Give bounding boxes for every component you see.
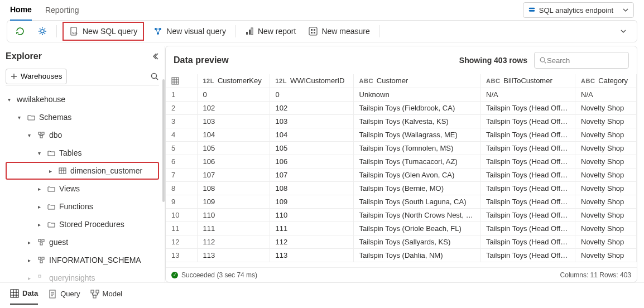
cell: 107: [270, 168, 353, 181]
svg-rect-24: [40, 243, 42, 245]
svg-rect-1: [529, 10, 535, 12]
cell: 103: [197, 114, 270, 128]
table-row[interactable]: 2102102Tailspin Toys (Fieldbrook, CA)Tai…: [166, 101, 637, 114]
tree-node-queryinsights[interactable]: ▸ queryinsights: [6, 269, 159, 287]
explorer-search-button[interactable]: [150, 72, 159, 81]
table-row[interactable]: 13113113Tailspin Toys (Dahlia, NM)Tailsp…: [166, 248, 637, 262]
grid-corner[interactable]: [166, 74, 197, 88]
cell: 104: [270, 128, 353, 141]
table-row[interactable]: 11111111Tailspin Toys (Oriole Beach, FL)…: [166, 222, 637, 235]
cell: 108: [270, 181, 353, 195]
tree-node-views[interactable]: ▸ Views: [6, 180, 159, 198]
svg-rect-28: [39, 275, 41, 277]
table-row[interactable]: 6106106Tailspin Toys (Tumacacori, AZ)Tai…: [166, 155, 637, 168]
top-tabs: Home Reporting SQL analytics endpoint: [0, 0, 644, 20]
row-number: 8: [166, 181, 197, 195]
table-row[interactable]: 3103103Tailspin Toys (Kalvesta, KS)Tails…: [166, 114, 637, 128]
cell: 113: [197, 248, 270, 262]
new-sql-query-button[interactable]: SQL New SQL query: [66, 24, 141, 38]
cell: Tailspin Toys (Tumacacori, AZ): [353, 155, 480, 168]
ribbon-separator: [235, 25, 236, 37]
model-icon: [90, 290, 99, 299]
new-report-button[interactable]: New report: [241, 24, 299, 38]
chevron-right-icon: ▸: [38, 222, 44, 228]
table-row[interactable]: 12112112Tailspin Toys (Sallyards, KS)Tai…: [166, 235, 637, 248]
refresh-button[interactable]: [12, 24, 28, 38]
table-row[interactable]: 100UnknownN/AN/A: [166, 88, 637, 101]
sql-file-icon: SQL: [69, 26, 79, 36]
status-text: Succeeded (3 sec 74 ms): [181, 271, 257, 279]
cell: Tailspin Toys (Glen Avon, CA): [353, 168, 480, 181]
tree-node-functions[interactable]: ▸ Functions: [6, 198, 159, 215]
col-header-wwicustomerid[interactable]: 12LWWICustomerID: [270, 74, 353, 88]
explorer-scrollbar[interactable]: [162, 79, 165, 202]
tree-node-schemas[interactable]: ▾ Schemas: [6, 108, 159, 126]
schema-icon: [37, 256, 46, 264]
new-measure-button[interactable]: New measure: [305, 24, 373, 38]
svg-rect-19: [42, 132, 44, 134]
view-tab-label: Data: [22, 289, 38, 297]
table-row[interactable]: 4104104Tailspin Toys (Wallagrass, ME)Tai…: [166, 128, 637, 141]
tree-node-stored-procedures[interactable]: ▸ Stored Procedures: [6, 215, 159, 233]
cell: Tailspin Toys (Head Office): [480, 155, 575, 168]
table-row[interactable]: 8108108Tailspin Toys (Bernie, MO)Tailspi…: [166, 181, 637, 195]
tree-node-tables[interactable]: ▾ Tables: [6, 144, 159, 162]
svg-rect-13: [311, 29, 313, 31]
svg-point-2: [41, 30, 44, 33]
col-header-billtocustomer[interactable]: ABCBillToCustomer: [480, 74, 575, 88]
tree-node-guest[interactable]: ▸ guest: [6, 233, 159, 251]
tree-node-dbo[interactable]: ▾ dbo: [6, 126, 159, 144]
row-number: 12: [166, 235, 197, 248]
view-tab-label: Query: [60, 290, 80, 298]
cell: 105: [197, 141, 270, 155]
table-row[interactable]: 5105105Tailspin Toys (Tomnolen, MS)Tails…: [166, 141, 637, 155]
folder-icon: [47, 220, 56, 229]
svg-point-29: [540, 57, 545, 62]
col-header-category[interactable]: ABCCategory: [575, 74, 637, 88]
chevron-down-icon: ▾: [28, 132, 33, 138]
table-row[interactable]: 10110110Tailspin Toys (North Crows Nest,…: [166, 208, 637, 222]
highlight-new-sql-query: SQL New SQL query: [63, 22, 144, 41]
cell: Tailspin Toys (Head Office): [480, 114, 575, 128]
preview-search-input[interactable]: [547, 56, 624, 65]
settings-button[interactable]: [34, 24, 51, 38]
collapse-explorer-button[interactable]: [151, 52, 159, 60]
report-icon: [244, 26, 254, 36]
cell: Tailspin Toys (Wallagrass, ME): [353, 128, 480, 141]
cell: Tailspin Toys (Head Office): [480, 181, 575, 195]
new-visual-query-button[interactable]: New visual query: [150, 24, 229, 38]
ribbon-overflow-button[interactable]: [614, 28, 632, 35]
view-tab-label: Model: [103, 290, 122, 298]
table-row[interactable]: 7107107Tailspin Toys (Glen Avon, CA)Tail…: [166, 168, 637, 181]
tab-reporting[interactable]: Reporting: [45, 0, 79, 20]
cell: Novelty Shop: [575, 168, 637, 181]
tree-label: Schemas: [39, 113, 71, 122]
row-number: 10: [166, 208, 197, 222]
cell: Novelty Shop: [575, 128, 637, 141]
tree-label: INFORMATION_SCHEMA: [49, 256, 141, 264]
data-grid[interactable]: 12LCustomerKey 12LWWICustomerID ABCCusto…: [166, 74, 637, 267]
ribbon-separator: [379, 25, 379, 37]
cell: 104: [197, 128, 270, 141]
cell: 109: [197, 195, 270, 208]
tab-home[interactable]: Home: [10, 0, 32, 21]
explorer-header: Explorer: [6, 46, 159, 67]
chevron-right-icon: ▸: [38, 204, 44, 210]
tree-node-information-schema[interactable]: ▸ INFORMATION_SCHEMA: [6, 251, 159, 269]
tree-node-dimension-customer[interactable]: ▸ dimension_customer: [6, 162, 159, 180]
endpoint-picker[interactable]: SQL analytics endpoint: [523, 2, 634, 18]
preview-search-box[interactable]: [534, 52, 629, 69]
svg-rect-14: [314, 29, 315, 31]
cell: Tailspin Toys (Kalvesta, KS): [353, 114, 480, 128]
add-warehouses-button[interactable]: Warehouses: [6, 69, 67, 84]
col-header-customerkey[interactable]: 12LCustomerKey: [197, 74, 270, 88]
tree-label: Stored Procedures: [59, 220, 124, 229]
cell: 102: [197, 101, 270, 114]
tree-node-lakehouse[interactable]: ▾ wwilakehouse: [6, 90, 159, 108]
table-row[interactable]: 9109109Tailspin Toys (South Laguna, CA)T…: [166, 195, 637, 208]
col-header-customer[interactable]: ABCCustomer: [353, 74, 480, 88]
svg-rect-31: [11, 290, 18, 297]
row-number: 6: [166, 155, 197, 168]
row-number: 2: [166, 101, 197, 114]
cell: Tailspin Toys (Dahlia, NM): [353, 248, 480, 262]
